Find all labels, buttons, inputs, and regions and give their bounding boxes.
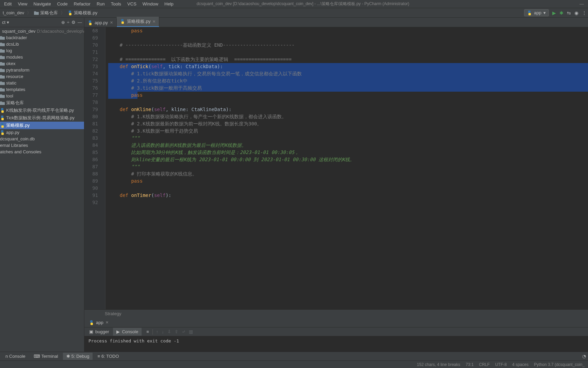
menu-edit[interactable]: Edit xyxy=(1,1,14,7)
code-content[interactable]: pass # --------------------基础函数定义 END---… xyxy=(105,27,588,309)
menu-code[interactable]: Code xyxy=(54,1,70,7)
tree-item-label: backtrader xyxy=(6,35,27,40)
tree-item-resource[interactable]: resource xyxy=(0,73,84,80)
project-selector[interactable]: ct ▾ xyxy=(2,20,9,25)
status-interpreter[interactable]: Python 3.7 (dcsquant_coin_ xyxy=(534,362,585,367)
todo-button[interactable]: ≡ 6: TODO xyxy=(94,353,122,360)
folder-icon xyxy=(0,68,5,72)
tree-item-templates[interactable]: templates xyxy=(0,86,84,93)
python-file-icon xyxy=(0,116,5,120)
python-file-icon xyxy=(0,130,5,135)
scroll-icon[interactable]: ▥ xyxy=(189,329,193,335)
breadcrumb-folder[interactable]: 策略仓库 xyxy=(33,9,59,17)
tree-item-modules[interactable]: modules xyxy=(0,54,84,60)
editor-tab-app[interactable]: app.py ✕ xyxy=(84,18,117,27)
tree-item-K---------------py[interactable]: K线触发示例-双均线开平仓策略.py xyxy=(0,107,84,114)
debug-session-tab[interactable]: app ✕ xyxy=(86,319,112,326)
menu-refactor[interactable]: Refactor xyxy=(71,1,93,7)
folder-icon xyxy=(0,55,5,59)
terminal-button[interactable]: ⌨ Terminal xyxy=(30,353,62,360)
down-icon[interactable]: ↓ xyxy=(162,329,164,335)
menu-run[interactable]: Run xyxy=(94,1,108,7)
up-icon[interactable]: ↑ xyxy=(156,329,159,335)
tool-window-bar: n Console ⌨ Terminal ✱ 5: Debug ≡ 6: TOD… xyxy=(0,352,588,361)
tree-item-atches-and-Consoles[interactable]: atches and Consoles xyxy=(0,149,84,155)
wrap-icon[interactable]: ⤶ xyxy=(182,329,185,335)
main-menu: Edit View Navigate Code Refactor Run Too… xyxy=(1,1,176,7)
collapse-icon[interactable]: ÷ xyxy=(67,20,69,25)
tree-item-app-py[interactable]: app.py xyxy=(0,129,84,136)
tab-label: 策略模板.py xyxy=(127,18,150,25)
more-icon[interactable]: ⋮ xyxy=(582,10,587,16)
tree-item-pytransform[interactable]: pytransform xyxy=(0,67,84,73)
window-title: dcsquant_coin_dev [D:\dacaoshou_develop\… xyxy=(197,1,409,7)
menu-tools[interactable]: Tools xyxy=(108,1,124,7)
folder-icon xyxy=(0,42,5,46)
status-line-ending[interactable]: CRLF xyxy=(479,362,490,367)
tree-item-label: atches and Consoles xyxy=(0,149,41,154)
debug-button[interactable]: ✱ 5: Debug xyxy=(63,353,93,360)
python-console-button[interactable]: n Console xyxy=(2,353,29,360)
tree-item-----[interactable]: 策略仓库 xyxy=(0,99,84,107)
event-log-icon[interactable]: ◔ xyxy=(582,354,586,359)
close-icon[interactable]: ✕ xyxy=(110,20,113,25)
run-icon[interactable]: ▶ xyxy=(552,10,556,16)
breadcrumb-root[interactable]: t_coin_dev xyxy=(1,10,26,16)
editor-breadcrumb[interactable]: Strategy xyxy=(84,309,588,318)
console-tab[interactable]: ▶ Console xyxy=(113,328,142,336)
editor-body[interactable]: 6869707172737475767778798081828384858687… xyxy=(84,27,588,309)
settings-icon[interactable]: ≡ xyxy=(146,329,149,335)
tree-item-okex[interactable]: okex xyxy=(0,60,84,67)
minimize-icon[interactable]: — xyxy=(579,1,584,6)
gear-icon[interactable]: ⚙ xyxy=(71,20,76,25)
titlebar: Edit View Navigate Code Refactor Run Too… xyxy=(0,0,588,8)
tree-item-static[interactable]: static xyxy=(0,80,84,86)
tree-item-Tick--------------py[interactable]: Tick数据触发示例-简易网格策略.py xyxy=(0,114,84,122)
hide-icon[interactable]: — xyxy=(78,20,82,25)
profile-icon[interactable]: ◉ xyxy=(574,10,578,16)
tree-item-dcsLib[interactable]: dcsLib xyxy=(0,41,84,47)
window-controls: — xyxy=(579,1,587,6)
debug-panel: app ✕ ▣ bugger ▶ Console ≡ ↑ ↓ xyxy=(84,318,588,352)
menu-help[interactable]: Help xyxy=(162,1,176,7)
status-encoding[interactable]: UTF-8 xyxy=(495,362,507,367)
tree-item-ernal-Libraries[interactable]: ernal Libraries xyxy=(0,142,84,149)
debug-tabs: app ✕ xyxy=(84,318,588,327)
status-indent[interactable]: 4 spaces xyxy=(512,362,528,367)
import-icon[interactable]: ⇧ xyxy=(175,329,178,335)
tree-item-label: static xyxy=(6,80,16,86)
folder-icon xyxy=(0,101,5,105)
tree-item-log[interactable]: log xyxy=(0,47,84,54)
project-tree[interactable]: squant_coin_dev D:\dacaoshou_develop\dcs… xyxy=(0,27,84,352)
console-output[interactable]: Process finished with exit code -1 xyxy=(84,336,588,352)
attach-icon[interactable]: ⇆ xyxy=(567,10,571,16)
run-toolbar: app ▾ ▶ ✱ ⇆ ◉ ⋮ xyxy=(524,9,587,16)
folder-icon xyxy=(34,11,39,15)
status-position[interactable]: 73:1 xyxy=(466,362,473,367)
menu-navigate[interactable]: Navigate xyxy=(31,1,53,7)
project-root[interactable]: squant_coin_dev D:\dacaoshou_develop\dcs… xyxy=(0,28,84,34)
tree-item-tool[interactable]: tool xyxy=(0,93,84,99)
close-icon[interactable]: ✕ xyxy=(105,320,109,325)
breadcrumb-file[interactable]: 策略模板.py xyxy=(66,9,99,17)
menu-view[interactable]: View xyxy=(15,1,30,7)
tree-item-dcsquant_coin-db[interactable]: dcsquant_coin.db xyxy=(0,136,84,142)
folder-icon xyxy=(0,88,5,92)
close-icon[interactable]: ✕ xyxy=(152,19,156,24)
tree-item-backtrader[interactable]: backtrader xyxy=(0,34,84,41)
export-icon[interactable]: ⇩ xyxy=(167,329,171,335)
folder-icon xyxy=(0,75,5,79)
target-icon[interactable]: ⊕ xyxy=(61,20,65,25)
debugger-tab[interactable]: ▣ bugger xyxy=(86,328,112,336)
menu-vcs[interactable]: VCS xyxy=(125,1,139,7)
gutter[interactable]: 6869707172737475767778798081828384858687… xyxy=(84,27,101,309)
fold-strip[interactable] xyxy=(101,27,105,309)
debug-icon[interactable]: ✱ xyxy=(559,10,564,16)
run-config-selector[interactable]: app ▾ xyxy=(524,9,549,16)
chevron-right-icon: 〉 xyxy=(61,10,65,16)
menu-window[interactable]: Window xyxy=(140,1,161,7)
folder-icon xyxy=(0,94,5,98)
editor-tab-strategy-template[interactable]: 策略模板.py ✕ xyxy=(117,17,159,27)
breadcrumb-class: Strategy xyxy=(105,311,121,316)
tree-item------py[interactable]: 策略模板.py xyxy=(0,122,84,129)
